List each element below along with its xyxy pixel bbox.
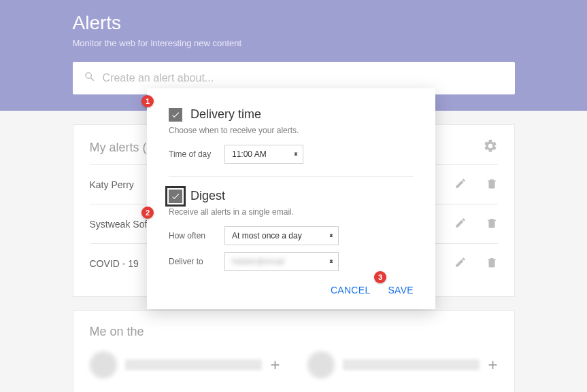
digest-title: Digest [190,189,225,203]
avatar [90,351,117,378]
me-item-label [343,359,480,370]
search-input[interactable] [103,72,504,84]
delivery-time-title: Delivery time [190,107,261,122]
time-of-day-label: Time of day [169,149,224,159]
annotation-badge-2: 2 [141,207,154,219]
digest-subtitle: Receive all alerts in a single email. [169,207,414,217]
plus-icon[interactable]: + [270,355,280,374]
my-alerts-heading: My alerts ( [90,141,147,155]
how-often-value: At most once a day [232,231,302,240]
me-heading: Me on the [90,325,498,339]
alert-name: Katy Perry [90,179,134,190]
me-item: + [90,351,280,378]
delivery-time-checkbox[interactable] [169,108,182,122]
delivery-time-subtitle: Choose when to receive your alerts. [169,126,414,135]
me-item: + [307,351,498,378]
plus-icon[interactable]: + [488,355,497,374]
check-icon [171,110,180,120]
annotation-badge-3: 3 [374,271,386,283]
settings-dialog: 1 Delivery time Choose when to receive y… [147,88,435,309]
time-of-day-select[interactable]: 11:00 AM ▲▼ [224,145,303,164]
divider [169,176,414,177]
me-on-web-card: Me on the + + [73,310,515,392]
digest-section: Digest Receive all alerts in a single em… [169,189,414,271]
how-often-label: How often [169,231,224,240]
delivery-time-section: Delivery time Choose when to receive you… [169,107,414,164]
gear-icon[interactable] [483,139,498,156]
time-of-day-value: 11:00 AM [232,149,267,159]
page-subtitle: Monitor the web for interesting new cont… [73,38,515,48]
pencil-icon[interactable] [454,177,467,192]
cancel-button[interactable]: CANCEL [331,285,371,296]
alert-name: Systweak Soft [90,219,150,230]
save-button[interactable]: SAVE [388,285,414,296]
trash-icon[interactable] [486,256,498,270]
deliver-to-value: hidden@email [232,257,284,266]
check-icon [171,192,180,201]
me-item-label [125,359,263,370]
digest-checkbox[interactable] [169,190,182,203]
deliver-to-select[interactable]: hidden@email ▲▼ [224,252,339,271]
pencil-icon[interactable] [454,217,467,231]
how-often-select[interactable]: At most once a day ▲▼ [224,226,339,245]
trash-icon[interactable] [486,217,498,231]
trash-icon[interactable] [486,177,498,192]
alert-name: COVID - 19 [90,258,139,269]
search-icon [84,71,103,86]
deliver-to-label: Deliver to [169,257,224,266]
annotation-badge-1: 1 [141,95,154,107]
avatar [307,351,335,378]
page-title: Alerts [73,12,515,34]
pencil-icon[interactable] [454,256,467,270]
